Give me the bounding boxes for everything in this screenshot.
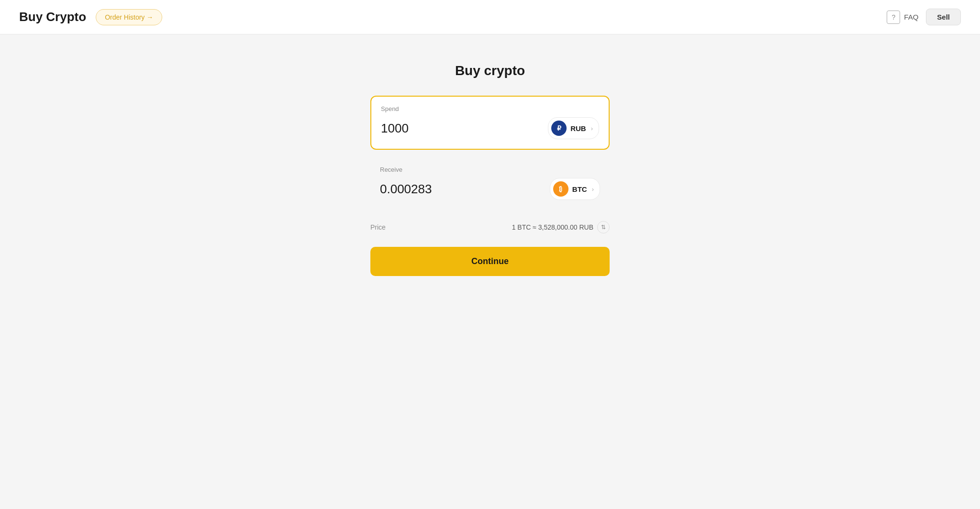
price-row: Price 1 BTC ≈ 3,528,000.00 RUB ⇅ — [370, 219, 610, 235]
header-left: Buy Crypto Order History → — [19, 9, 162, 25]
spend-amount: 1000 — [381, 121, 409, 136]
price-value: 1 BTC ≈ 3,528,000.00 RUB — [512, 223, 593, 231]
header-right: ? FAQ Sell — [887, 9, 961, 25]
spend-currency-selector[interactable]: ₽ RUB › — [548, 117, 599, 139]
spend-row: 1000 ₽ RUB › — [381, 117, 599, 139]
price-label: Price — [370, 223, 386, 231]
receive-chevron-icon: › — [592, 186, 594, 193]
receive-currency-selector[interactable]: ₿ BTC › — [550, 178, 600, 200]
btc-symbol: ₿ — [559, 185, 562, 193]
spend-label: Spend — [381, 105, 599, 112]
order-history-button[interactable]: Order History → — [96, 9, 162, 25]
continue-button[interactable]: Continue — [370, 247, 610, 276]
receive-box: Receive 0.000283 ₿ BTC › — [370, 157, 610, 210]
receive-row: 0.000283 ₿ BTC › — [380, 178, 600, 200]
page-title: Buy crypto — [455, 63, 525, 78]
faq-icon: ? — [887, 11, 900, 24]
btc-icon: ₿ — [553, 181, 568, 197]
faq-button[interactable]: ? FAQ — [887, 11, 918, 24]
spend-chevron-icon: › — [591, 125, 593, 132]
header: Buy Crypto Order History → ? FAQ Sell — [0, 0, 980, 34]
swap-icon[interactable]: ⇅ — [597, 221, 610, 233]
rub-symbol: ₽ — [557, 124, 561, 132]
receive-label: Receive — [380, 166, 600, 173]
spend-box: Spend 1000 ₽ RUB › — [370, 96, 610, 150]
form-container: Spend 1000 ₽ RUB › Receive 0.000283 ₿ — [370, 96, 610, 276]
receive-currency-name: BTC — [572, 185, 587, 193]
rub-icon: ₽ — [551, 121, 567, 136]
price-value-container: 1 BTC ≈ 3,528,000.00 RUB ⇅ — [512, 221, 610, 233]
receive-amount: 0.000283 — [380, 182, 432, 197]
page-heading: Buy Crypto — [19, 10, 86, 24]
faq-label: FAQ — [904, 13, 918, 21]
main-content: Buy crypto Spend 1000 ₽ RUB › Receive 0.… — [0, 34, 980, 295]
spend-currency-name: RUB — [570, 124, 586, 133]
sell-button[interactable]: Sell — [926, 9, 961, 25]
